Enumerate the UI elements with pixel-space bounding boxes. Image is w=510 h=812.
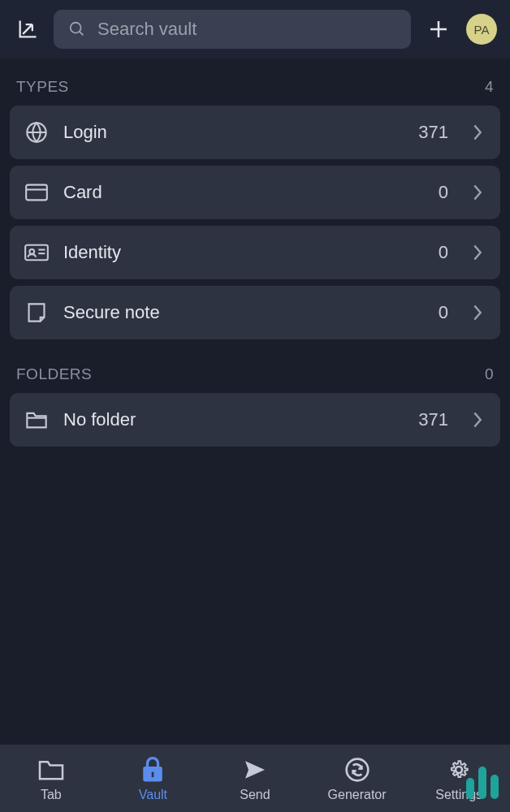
item-count: 0	[439, 242, 448, 263]
nav-label: Send	[240, 788, 270, 802]
popout-icon	[16, 18, 39, 41]
item-label: Identity	[63, 242, 424, 263]
item-count: 371	[418, 409, 448, 430]
item-count: 371	[418, 122, 448, 143]
svg-point-14	[346, 758, 368, 780]
type-item-secure-note[interactable]: Secure note 0	[10, 286, 500, 339]
lock-icon	[138, 755, 167, 784]
card-icon	[24, 184, 49, 201]
note-icon	[24, 302, 49, 323]
chevron-right-icon	[469, 123, 486, 141]
activity-indicator-icon	[466, 767, 499, 799]
svg-line-1	[80, 32, 84, 36]
item-count: 0	[439, 302, 448, 323]
type-item-identity[interactable]: Identity 0	[10, 226, 500, 279]
svg-rect-13	[152, 771, 154, 777]
send-icon	[240, 755, 270, 784]
add-button[interactable]	[422, 13, 455, 45]
section-title: FOLDERS	[16, 365, 92, 383]
plus-icon	[426, 17, 451, 41]
chevron-right-icon	[469, 244, 486, 261]
nav-label: Vault	[139, 788, 167, 802]
type-item-card[interactable]: Card 0	[10, 166, 500, 219]
nav-generator[interactable]: Generator	[306, 745, 408, 812]
search-icon	[68, 20, 86, 38]
nav-tab[interactable]: Tab	[0, 745, 102, 812]
search-input[interactable]	[97, 19, 396, 40]
svg-point-8	[29, 249, 34, 254]
item-label: Secure note	[63, 302, 424, 323]
content: TYPES 4 Login 371 Card 0	[0, 58, 510, 744]
globe-icon	[24, 121, 49, 144]
svg-point-0	[71, 23, 81, 33]
chevron-right-icon	[469, 304, 486, 322]
avatar[interactable]: PA	[466, 14, 497, 45]
type-item-login[interactable]: Login 371	[10, 106, 500, 159]
section-count: 4	[485, 78, 494, 96]
item-label: No folder	[63, 409, 404, 430]
section-count: 0	[485, 365, 494, 383]
sync-icon	[343, 755, 372, 784]
item-count: 0	[439, 182, 448, 203]
section-header-folders: FOLDERS 0	[10, 346, 500, 393]
item-label: Card	[63, 182, 424, 203]
svg-rect-7	[25, 245, 48, 260]
chevron-right-icon	[469, 411, 486, 429]
header: PA	[0, 0, 510, 58]
svg-rect-5	[26, 185, 47, 201]
section-header-types: TYPES 4	[10, 58, 500, 106]
item-label: Login	[63, 122, 404, 143]
popout-button[interactable]	[13, 15, 42, 44]
section-title: TYPES	[16, 78, 69, 96]
nav-settings[interactable]: Settings	[408, 745, 510, 812]
nav-send[interactable]: Send	[204, 745, 306, 812]
avatar-initials: PA	[474, 23, 490, 37]
folder-icon	[24, 410, 49, 430]
nav-vault[interactable]: Vault	[102, 745, 205, 812]
nav-label: Generator	[328, 788, 387, 802]
chevron-right-icon	[469, 184, 486, 201]
search-box[interactable]	[54, 10, 411, 49]
bottom-nav: Tab Vault Send Generator	[0, 744, 510, 812]
nav-label: Tab	[41, 788, 62, 802]
folder-item-no-folder[interactable]: No folder 371	[10, 393, 500, 447]
identity-icon	[24, 244, 49, 261]
folder-icon	[37, 755, 66, 784]
